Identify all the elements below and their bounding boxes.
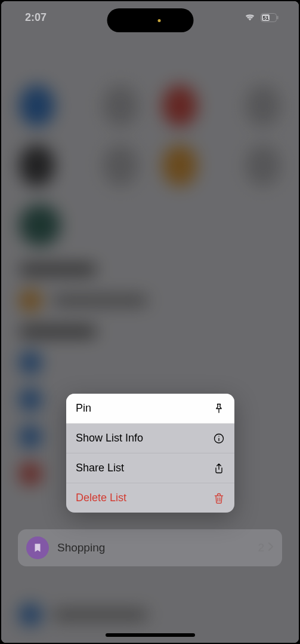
svg-point-5 [218,436,219,436]
list-row-shopping[interactable]: Shopping 2 [18,529,282,566]
wifi-icon [244,11,256,23]
menu-item-pin[interactable]: Pin [66,394,234,424]
list-title: Shopping [57,541,258,554]
menu-item-show-info[interactable]: Show List Info [66,424,234,453]
status-time: 2:07 [25,11,47,24]
menu-label: Share List [76,462,124,474]
menu-label: Delete List [76,492,126,504]
menu-label: Show List Info [76,432,143,444]
menu-item-share[interactable]: Share List [66,453,234,483]
chevron-right-icon [268,542,274,554]
list-count: 2 [258,541,264,554]
menu-item-delete[interactable]: Delete List [66,483,234,513]
dynamic-island [107,8,193,32]
info-icon [213,433,225,444]
home-indicator[interactable] [106,633,195,637]
menu-label: Pin [76,402,91,415]
pin-icon [213,403,225,415]
bookmark-icon [26,536,49,559]
share-icon [213,462,225,474]
context-menu: Pin Show List Info Share List Delete Lis… [66,394,234,513]
island-indicator-dot [157,19,160,22]
svg-rect-2 [277,16,279,19]
battery-text: 51 [262,15,268,21]
trash-icon [213,492,225,504]
battery-icon: 51 [261,13,279,22]
